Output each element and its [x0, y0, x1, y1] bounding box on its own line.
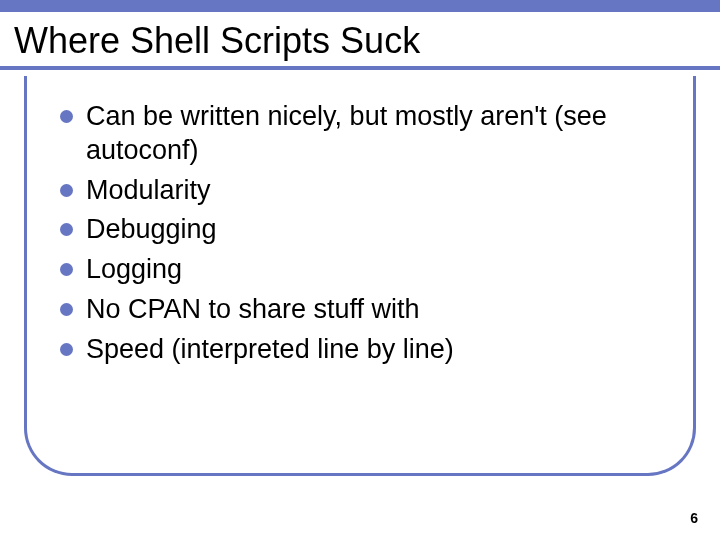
list-item: Can be written nicely, but mostly aren't… — [60, 100, 660, 168]
bullet-icon — [60, 303, 73, 316]
list-item: Debugging — [60, 213, 660, 247]
bullet-icon — [60, 223, 73, 236]
bullet-text: Debugging — [86, 214, 217, 244]
page-number: 6 — [690, 510, 698, 526]
bullet-icon — [60, 263, 73, 276]
slide: Where Shell Scripts Suck Can be written … — [0, 0, 720, 540]
slide-title: Where Shell Scripts Suck — [14, 20, 420, 61]
body-content: Can be written nicely, but mostly aren't… — [60, 100, 660, 372]
bullet-icon — [60, 343, 73, 356]
bullet-text: Modularity — [86, 175, 211, 205]
bullet-text: Speed (interpreted line by line) — [86, 334, 454, 364]
bullet-text: Can be written nicely, but mostly aren't… — [86, 101, 607, 165]
bullet-icon — [60, 184, 73, 197]
bullet-text: Logging — [86, 254, 182, 284]
bullet-icon — [60, 110, 73, 123]
list-item: No CPAN to share stuff with — [60, 293, 660, 327]
title-area: Where Shell Scripts Suck — [0, 12, 720, 66]
bullet-list: Can be written nicely, but mostly aren't… — [60, 100, 660, 366]
list-item: Speed (interpreted line by line) — [60, 333, 660, 367]
list-item: Modularity — [60, 174, 660, 208]
top-accent-band — [0, 0, 720, 12]
title-underline — [0, 66, 720, 70]
bullet-text: No CPAN to share stuff with — [86, 294, 420, 324]
list-item: Logging — [60, 253, 660, 287]
